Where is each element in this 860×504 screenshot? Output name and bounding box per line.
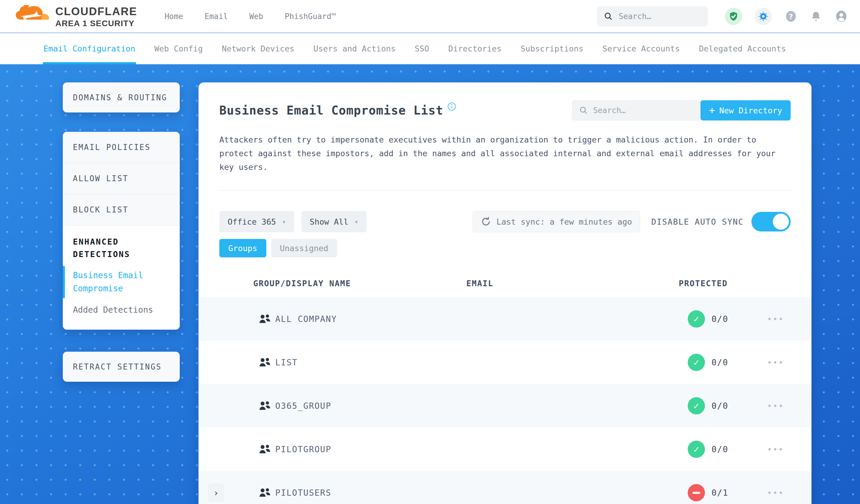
bec-list-panel: Business Email Compromise List + New Dir… <box>199 83 812 504</box>
table-row[interactable]: O365_GROUP ✓ 0/0 <box>199 384 812 428</box>
sidebar-item-retract-settings[interactable]: RETRACT SETTINGS <box>63 362 172 371</box>
bec-search[interactable] <box>572 100 701 120</box>
expand-row-button[interactable]: › <box>209 484 224 502</box>
group-name: PILOTUSERS <box>275 488 331 498</box>
protected-count: 0/0 <box>712 358 729 368</box>
global-search-input[interactable] <box>619 12 701 21</box>
protected-status-icon: ✓ <box>688 310 705 328</box>
new-directory-label: New Directory <box>719 106 782 115</box>
gear-icon[interactable] <box>755 8 772 25</box>
show-filter-value: Show All <box>310 217 348 227</box>
show-filter-dropdown[interactable]: Show All ▾ <box>301 211 367 232</box>
chevron-right-icon: › <box>213 488 219 498</box>
protected-count: 0/0 <box>712 401 729 411</box>
sidebar-item-added-detections[interactable]: Added Detections <box>63 299 180 330</box>
minus-icon <box>692 492 700 494</box>
subnav-users-and-actions[interactable]: Users and Actions <box>313 33 396 64</box>
last-sync-button[interactable]: Last sync: a few minutes ago <box>473 211 640 232</box>
sidebar-item-allow-list[interactable]: ALLOW LIST <box>63 163 180 194</box>
protected-status-icon: ✓ <box>688 397 705 415</box>
protected-status-icon: ✓ <box>688 354 705 371</box>
profile-icon[interactable] <box>834 10 848 23</box>
nav-web[interactable]: Web <box>249 12 263 21</box>
group-icon <box>258 487 272 499</box>
bec-search-input[interactable] <box>593 106 693 115</box>
directory-filter-value: Office 365 <box>228 217 276 227</box>
chevron-down-icon: ▾ <box>355 218 358 226</box>
cloudflare-logo[interactable]: CLOUDFLARE AREA 1 SECURITY <box>15 5 137 28</box>
page-description: Attackers often try to impersonate execu… <box>219 133 788 174</box>
subnav-network-devices[interactable]: Network Devices <box>222 33 294 64</box>
nav-phishguard[interactable]: PhishGuard™ <box>285 12 336 21</box>
sidebar-item-enhanced-detections[interactable]: ENHANCED DETECTIONS <box>63 226 180 265</box>
top-nav: Home Email Web PhishGuard™ <box>164 12 336 21</box>
group-name: O365_GROUP <box>275 401 331 411</box>
table-row[interactable]: ALL COMPANY ✓ 0/0 <box>199 297 812 341</box>
group-name: PILOTGROUP <box>275 445 331 454</box>
tab-unassigned[interactable]: Unassigned <box>271 239 338 257</box>
global-search[interactable] <box>597 6 708 27</box>
column-protected: PROTECTED <box>679 279 728 288</box>
subnav-directories[interactable]: Directories <box>448 33 501 64</box>
row-menu-button[interactable] <box>765 489 785 497</box>
group-icon <box>258 443 272 455</box>
tab-groups[interactable]: Groups <box>219 239 266 257</box>
sidebar-item-email-policies[interactable]: EMAIL POLICIES <box>63 132 180 163</box>
sidebar-item-block-list[interactable]: BLOCK LIST <box>63 194 180 226</box>
auto-sync-toggle[interactable] <box>751 212 791 231</box>
toggle-knob <box>773 214 789 230</box>
bell-icon[interactable] <box>810 11 822 22</box>
logo-brand-text: CLOUDFLARE <box>55 6 137 17</box>
column-group-display-name: GROUP/DISPLAY NAME <box>253 279 351 288</box>
sidebar-item-business-email-compromise[interactable]: Business Email Compromise <box>63 265 180 299</box>
search-icon <box>604 11 613 21</box>
column-email: EMAIL <box>466 279 493 288</box>
table-header: GROUP/DISPLAY NAME EMAIL PROTECTED <box>199 273 812 297</box>
subnav-service-accounts[interactable]: Service Accounts <box>603 33 680 64</box>
sidebar-card-retract-settings[interactable]: RETRACT SETTINGS <box>63 352 180 382</box>
check-icon: ✓ <box>693 313 699 325</box>
new-directory-button[interactable]: + New Directory <box>701 100 791 120</box>
view-tabs: Groups Unassigned <box>219 239 791 257</box>
svg-text:?: ? <box>789 13 793 21</box>
cloudflare-cloud-icon <box>15 5 51 27</box>
protected-count: 0/1 <box>712 488 729 498</box>
subnav-web-config[interactable]: Web Config <box>155 33 203 64</box>
protected-count: 0/0 <box>712 445 729 454</box>
shield-check-icon[interactable] <box>725 8 742 25</box>
table-row[interactable]: PILOTGROUP ✓ 0/0 <box>199 428 812 471</box>
config-subnav: Email Configuration Web Config Network D… <box>0 33 860 64</box>
sidebar-item-domains-routing[interactable]: DOMAINS & ROUTING <box>63 93 177 102</box>
table-row[interactable]: LIST ✓ 0/0 <box>199 341 812 384</box>
sidebar-card-policies: EMAIL POLICIES ALLOW LIST BLOCK LIST ENH… <box>63 132 180 330</box>
plus-icon: + <box>709 104 715 116</box>
last-sync-text: Last sync: a few minutes ago <box>497 217 632 227</box>
directory-filter-dropdown[interactable]: Office 365 ▾ <box>219 211 294 232</box>
check-icon: ✓ <box>693 357 699 368</box>
sidebar-card-domains-routing[interactable]: DOMAINS & ROUTING <box>63 83 180 113</box>
group-icon <box>258 357 272 368</box>
refresh-icon <box>481 216 491 227</box>
subnav-email-configuration[interactable]: Email Configuration <box>43 33 135 64</box>
row-menu-button[interactable] <box>765 315 785 323</box>
logo-sub-text: AREA 1 SECURITY <box>55 19 137 28</box>
check-icon: ✓ <box>693 400 699 412</box>
subnav-subscriptions[interactable]: Subscriptions <box>520 33 583 64</box>
help-icon[interactable]: ? <box>785 10 798 23</box>
row-menu-button[interactable] <box>765 445 785 453</box>
table-row[interactable]: › PILOTUSERS 0/1 <box>199 471 812 504</box>
auto-sync-label: DISABLE AUTO SYNC <box>651 217 744 227</box>
row-menu-button[interactable] <box>765 358 785 366</box>
row-menu-button[interactable] <box>765 402 785 410</box>
protected-count: 0/0 <box>712 314 729 324</box>
info-icon[interactable] <box>447 102 456 111</box>
nav-email[interactable]: Email <box>205 12 228 21</box>
subnav-delegated-accounts[interactable]: Delegated Accounts <box>699 33 786 64</box>
check-icon: ✓ <box>693 444 699 455</box>
nav-home[interactable]: Home <box>164 12 183 21</box>
group-name: ALL COMPANY <box>275 314 337 324</box>
groups-table: GROUP/DISPLAY NAME EMAIL PROTECTED ALL C… <box>199 273 812 504</box>
subnav-sso[interactable]: SSO <box>415 33 429 64</box>
app-header: CLOUDFLARE AREA 1 SECURITY Home Email We… <box>0 0 860 33</box>
group-icon <box>258 313 272 325</box>
